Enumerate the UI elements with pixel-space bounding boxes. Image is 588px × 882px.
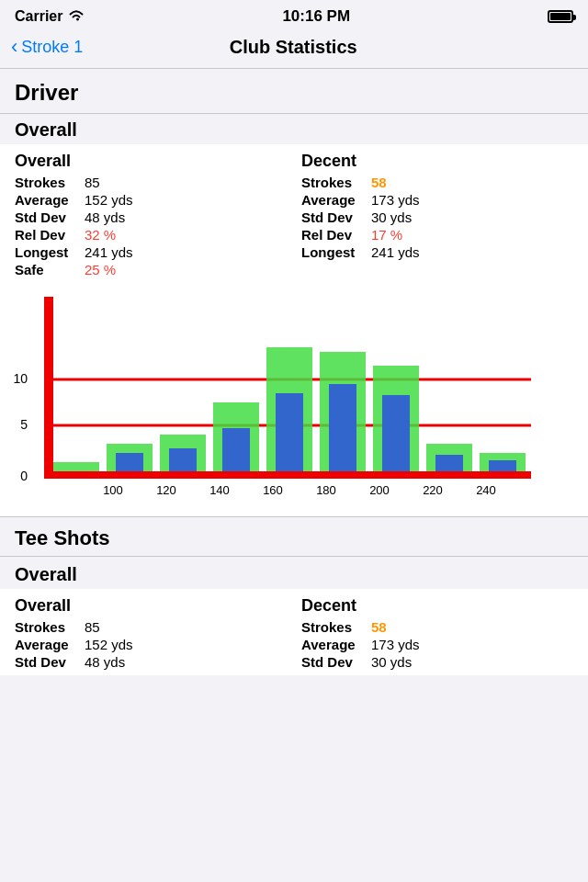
tee-shots-right: Decent Strokes 58 Average 173 yds Std De… [294, 596, 581, 672]
stat-row: Average 152 yds [15, 192, 287, 208]
status-right [548, 10, 573, 23]
stat-row: Std Dev 48 yds [15, 654, 287, 670]
histogram-chart: 10 5 0 [9, 292, 542, 513]
svg-text:180: 180 [316, 483, 336, 497]
stat-label: Rel Dev [301, 227, 366, 243]
stat-value: 30 yds [371, 209, 412, 225]
stat-row: Strokes 85 [15, 175, 287, 190]
stat-value: 30 yds [371, 654, 412, 670]
svg-text:100: 100 [103, 483, 123, 497]
stat-label: Longest [301, 244, 366, 260]
overall-stats-right: Decent Strokes 58 Average 173 yds Std De… [294, 152, 581, 279]
stat-value: 48 yds [85, 654, 125, 670]
svg-text:140: 140 [209, 483, 230, 497]
svg-rect-16 [382, 395, 410, 471]
status-left: Carrier [15, 8, 85, 25]
svg-rect-10 [222, 428, 250, 471]
svg-rect-20 [489, 460, 516, 471]
stat-value-red: 32 % [85, 227, 116, 243]
stat-label: Std Dev [301, 654, 366, 670]
stat-row: Safe 25 % [15, 262, 287, 277]
svg-text:120: 120 [156, 483, 176, 497]
stat-value: 152 yds [85, 637, 133, 652]
svg-rect-14 [329, 384, 356, 471]
stat-row: Std Dev 30 yds [301, 654, 573, 670]
tee-shots-right-header: Decent [301, 596, 573, 616]
stat-row: Average 173 yds [301, 192, 573, 208]
stat-row: Longest 241 yds [301, 244, 573, 260]
overall-right-header: Decent [301, 152, 573, 171]
battery-icon [548, 10, 573, 23]
svg-rect-4 [53, 462, 99, 471]
content-area: Driver Overall Overall Strokes 85 Averag… [0, 69, 588, 675]
club-name: Driver [0, 69, 588, 114]
page-title: Club Statistics [9, 37, 577, 58]
stat-value: 241 yds [371, 244, 420, 260]
chart-container: 10 5 0 [0, 283, 588, 516]
svg-text:200: 200 [369, 483, 390, 497]
status-time: 10:16 PM [282, 7, 350, 26]
stat-value-orange: 58 [371, 175, 387, 190]
stat-label: Strokes [15, 175, 79, 190]
stat-row: Strokes 58 [301, 619, 573, 635]
y-label-10: 10 [13, 371, 28, 386]
overall-stats-left: Overall Strokes 85 Average 152 yds Std D… [7, 152, 294, 279]
stat-value-red: 17 % [371, 227, 402, 243]
stat-label: Strokes [301, 619, 366, 635]
stat-value: 85 [85, 175, 100, 190]
stat-label: Strokes [15, 619, 79, 635]
stat-row: Rel Dev 17 % [301, 227, 573, 243]
stat-label: Average [15, 637, 79, 652]
stat-value-red: 25 % [85, 262, 116, 277]
stat-value: 173 yds [371, 192, 420, 208]
stat-label: Average [301, 192, 366, 208]
stat-row: Strokes 85 [15, 619, 287, 635]
stat-value: 241 yds [85, 244, 133, 260]
carrier-label: Carrier [15, 8, 62, 25]
stats-container: Overall Strokes 85 Average 152 yds Std D… [0, 144, 588, 283]
status-bar: Carrier 10:16 PM [0, 0, 588, 29]
svg-text:220: 220 [423, 483, 443, 497]
y-label-0: 0 [20, 469, 28, 483]
tee-shots-header: Tee Shots [0, 516, 588, 557]
nav-bar: ‹ Stroke 1 Club Statistics [0, 29, 588, 69]
y-label-5: 5 [20, 417, 28, 432]
stat-value: 152 yds [85, 192, 133, 208]
svg-text:80: 80 [53, 483, 66, 497]
svg-rect-12 [276, 393, 303, 471]
tee-shots-left: Overall Strokes 85 Average 152 yds Std D… [7, 596, 294, 672]
stat-row: Std Dev 48 yds [15, 209, 287, 225]
svg-rect-18 [435, 455, 463, 471]
stat-label: Std Dev [15, 654, 79, 670]
stat-label: Safe [15, 262, 79, 277]
stat-label: Strokes [301, 175, 366, 190]
stat-label: Longest [15, 244, 79, 260]
wifi-icon [68, 9, 85, 25]
stat-label: Std Dev [15, 209, 79, 225]
stat-value: 85 [85, 619, 100, 635]
stat-row: Strokes 58 [301, 175, 573, 190]
svg-text:240: 240 [476, 483, 496, 497]
svg-rect-1 [44, 471, 531, 479]
stat-value: 48 yds [85, 209, 125, 225]
svg-text:160: 160 [263, 483, 283, 497]
svg-rect-0 [44, 297, 53, 476]
tee-shots-subtitle: Overall [0, 557, 588, 589]
overall-left-header: Overall [15, 152, 287, 171]
stat-label: Rel Dev [15, 227, 79, 243]
stat-row: Average 152 yds [15, 637, 287, 652]
stat-row: Longest 241 yds [15, 244, 287, 260]
stat-row: Average 173 yds [301, 637, 573, 652]
stat-row: Std Dev 30 yds [301, 209, 573, 225]
stat-row: Rel Dev 32 % [15, 227, 287, 243]
stat-label: Average [301, 637, 366, 652]
overall-subtitle: Overall [0, 114, 588, 144]
svg-rect-6 [116, 453, 143, 471]
svg-rect-8 [169, 448, 197, 471]
stat-value-orange: 58 [371, 619, 387, 635]
tee-shots-left-header: Overall [15, 596, 287, 616]
tee-shots-stats: Overall Strokes 85 Average 152 yds Std D… [0, 589, 588, 675]
stat-label: Average [15, 192, 79, 208]
stat-value: 173 yds [371, 637, 420, 652]
stat-label: Std Dev [301, 209, 366, 225]
